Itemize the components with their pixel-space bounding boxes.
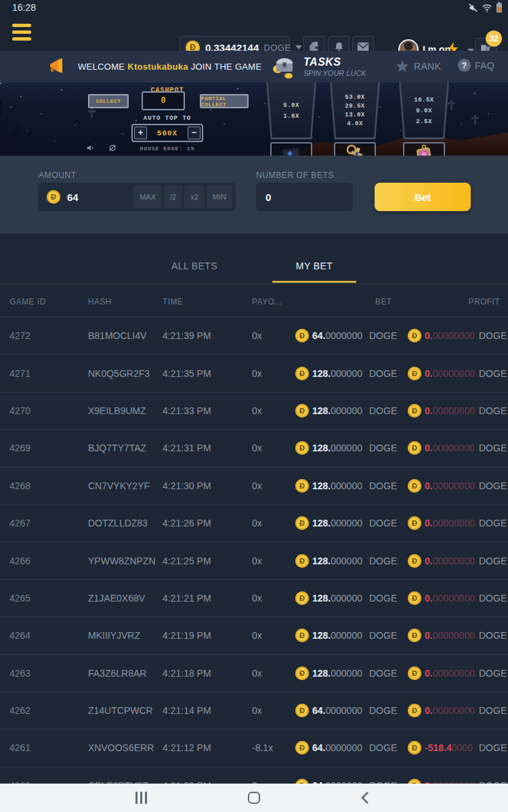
cell-game-id: 4264 [9, 630, 30, 641]
bet-int: 128. [312, 480, 331, 491]
col-bet: BET [375, 297, 392, 307]
multiplier-value: 53.0X [345, 94, 365, 101]
cell-profit-currency: DOGE [479, 556, 507, 566]
number-of-bets-input[interactable]: 0 [256, 183, 353, 211]
chevron-down-icon [295, 45, 302, 49]
bet-dec: 000000 [331, 443, 362, 453]
cell-hash: X9EILB9UMZ [88, 405, 146, 416]
cell-bet-currency: DOGE [369, 518, 397, 528]
speaker-icon[interactable] [86, 143, 96, 152]
hamburger-menu-icon[interactable] [12, 24, 31, 41]
cell-hash: FA3Z6LR8AR [88, 668, 146, 679]
home-button[interactable] [248, 792, 260, 804]
bet-int: 128. [312, 518, 331, 528]
house-edge-label: HOUSE EDGE: 1% [108, 145, 226, 152]
cell-profit-amount: 0.00000000 [425, 330, 475, 341]
cell-game-id: 4267 [9, 518, 30, 528]
cell-payout: 0x [252, 480, 262, 491]
back-button[interactable] [360, 792, 370, 804]
cell-profit-currency: DOGE [479, 480, 507, 491]
cell-payout: 0x [252, 668, 262, 679]
cell-game-id: 4271 [9, 368, 30, 379]
min-button[interactable]: MIN [207, 185, 232, 208]
doge-coin-icon: Ð [408, 329, 421, 342]
multiplier-value: 4.0X [347, 120, 363, 127]
doge-coin-icon: Ð [408, 554, 421, 568]
collect-button[interactable]: COLLECT [88, 94, 129, 108]
profit-dec: 00000000 [433, 368, 475, 379]
cell-profit-amount: 0.00000000 [425, 556, 475, 566]
profit-dec: 00000000 [433, 480, 475, 491]
cell-profit-amount: 0.00000000 [425, 480, 475, 491]
doge-coin-icon: Ð [47, 190, 60, 204]
cell-profit-amount: 0.00000000 [425, 705, 475, 716]
half-button[interactable]: /2 [164, 185, 182, 208]
col-payout: PAYO... [252, 297, 282, 307]
multiplier-value: 13.0X [345, 112, 365, 118]
cell-game-id: 4265 [9, 593, 30, 604]
cell-profit-amount: 0.00000000 [425, 518, 475, 528]
bet-button[interactable]: Bet [375, 183, 471, 211]
cell-payout: 0x [252, 518, 262, 528]
increase-button[interactable]: + [134, 127, 147, 139]
cell-bet-currency: DOGE [369, 593, 397, 604]
bet-dec: 0000000 [325, 705, 362, 716]
cell-payout: 0x [252, 593, 262, 604]
doge-coin-icon: Ð [295, 441, 309, 455]
cell-bet-amount: 128.000000 [312, 480, 362, 491]
rank-star-icon [395, 59, 410, 73]
tab-my-bet[interactable]: MY BET [263, 261, 365, 271]
cell-profit-amount: 0.00000000 [425, 443, 475, 453]
tab-all-bets[interactable]: ALL BETS [144, 261, 245, 271]
auto-top-stepper: + 500X − [131, 124, 203, 142]
doge-coin-icon: Ð [295, 667, 309, 680]
cell-time: 4:21:14 PM [163, 705, 211, 716]
doge-coin-icon: Ð [295, 629, 309, 642]
amulet-relic[interactable] [403, 142, 445, 156]
doge-coin-icon: Ð [408, 367, 421, 380]
table-row: 4271NK0Q5GR2F34:21:35 PM0xÐ128.000000DOG… [0, 354, 508, 391]
bet-dec: 000000 [331, 556, 362, 566]
cell-time: 4:21:39 PM [163, 330, 211, 341]
bet-dec: 000000 [331, 518, 362, 528]
cell-profit-currency: DOGE [479, 705, 507, 716]
doge-coin-icon: Ð [408, 441, 421, 455]
number-of-bets-label: NUMBER OF BETS [256, 171, 334, 180]
bet-dec: 000000 [331, 405, 362, 416]
faq-link[interactable]: ? FAQ [458, 59, 494, 72]
cross-pendant-relic[interactable] [334, 142, 376, 156]
cell-payout: 0x [252, 330, 262, 341]
tasks-link[interactable]: TASKS SPIN YOUR LUCK [271, 53, 366, 80]
double-button[interactable]: x2 [184, 185, 205, 208]
bet-int: 64. [312, 742, 325, 753]
cell-bet-currency: DOGE [369, 330, 397, 341]
cell-game-id: 4262 [9, 705, 30, 716]
table-row: 4262Z14UTCPWCR4:21:14 PM0xÐ64.0000000DOG… [0, 692, 508, 729]
cell-payout: 0x [252, 443, 262, 453]
spellbook-icon [280, 145, 303, 156]
bet-controls: AMOUNT Ð 64 MAX /2 x2 MIN NUMBER OF BETS… [0, 156, 508, 233]
multiplier-tower: 53.0X29.5X13.0X4.0X [326, 83, 383, 139]
bet-int: 64. [312, 330, 325, 341]
android-nav-bar [0, 784, 508, 812]
decrease-button[interactable]: − [188, 127, 200, 139]
table-row: 4269BJQ7TY7TAZ4:21:31 PM0xÐ128.000000DOG… [0, 429, 508, 466]
amount-input[interactable]: 64 [67, 191, 131, 203]
max-button[interactable]: MAX [133, 185, 162, 208]
table-row: 4270X9EILB9UMZ4:21:33 PM0xÐ128.000000DOG… [0, 392, 508, 429]
partial-collect-button[interactable]: PARTIAL COLLECT [200, 94, 249, 108]
cell-profit-currency: DOGE [479, 368, 507, 379]
cell-payout: 0x [252, 405, 262, 416]
bet-dec: 000000 [331, 668, 362, 679]
mute-icon [468, 3, 478, 13]
welcome-username: Ktostukabuka [127, 62, 188, 72]
cell-bet-currency: DOGE [369, 368, 397, 379]
profit-int: -518.4 [425, 742, 452, 753]
rank-link[interactable]: RANK [395, 59, 441, 73]
spellbook-relic[interactable] [270, 142, 312, 156]
doge-coin-icon: Ð [295, 404, 309, 418]
table-row: 4272B81MOCLI4V4:21:39 PM0xÐ64.0000000DOG… [0, 317, 508, 354]
cell-game-id: 4268 [9, 480, 30, 491]
doge-coin-icon: Ð [295, 704, 309, 717]
recent-apps-button[interactable] [135, 792, 147, 804]
